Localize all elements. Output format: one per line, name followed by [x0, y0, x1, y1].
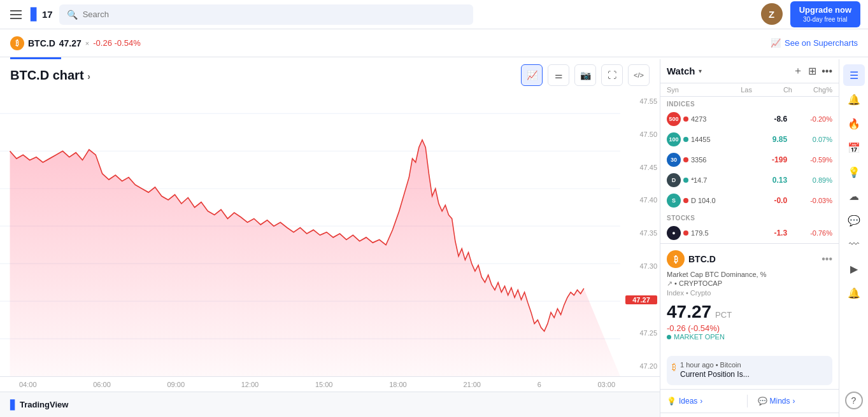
price-chart-svg: [0, 91, 660, 376]
watch-actions: ＋ ⊞ •••: [793, 64, 832, 78]
watch-add-button[interactable]: ＋: [793, 64, 803, 78]
right-sidebar: ☰ 🔔 🔥 📅 💡 ☁ 💬 〰 ▶ 🔔 ?: [839, 59, 868, 417]
sidebar-list-button[interactable]: ☰: [843, 64, 865, 86]
d1-ch: 0.89%: [790, 176, 832, 184]
col-syn: Syn: [667, 86, 712, 94]
sp500-badge: 500: [667, 112, 681, 126]
sidebar-cloud-button[interactable]: ☁: [843, 185, 865, 207]
btcd-icon: ₿: [667, 250, 685, 268]
time-09: 09:00: [167, 381, 185, 388]
nas100-dot: [683, 137, 688, 142]
index-row-dow30[interactable]: 30 3356 -199 -0.59%: [660, 150, 839, 170]
sp500-ch: -0.20%: [790, 115, 832, 123]
candle-chart-button[interactable]: ⚌: [548, 64, 569, 86]
d1-sym: ⁴14.7: [691, 176, 742, 185]
line-chart-button[interactable]: 📈: [521, 64, 543, 86]
nas100-sym: 14455: [691, 136, 742, 143]
sidebar-fire-button[interactable]: 🔥: [843, 113, 865, 134]
price-tick-6: 47.30: [625, 262, 657, 270]
watch-more-button[interactable]: •••: [822, 66, 832, 77]
tv-logo-mark: ▋: [10, 400, 17, 410]
dow30-dot: [683, 157, 688, 162]
index-row-nas100[interactable]: 100 14455 9.85 0.07%: [660, 129, 839, 150]
sidebar-wave-button[interactable]: 〰: [843, 234, 865, 255]
logo-text: 17: [42, 9, 53, 20]
time-12: 12:00: [241, 381, 259, 388]
col-las: Las: [715, 86, 752, 94]
search-bar[interactable]: 🔍: [59, 4, 473, 25]
btcd-unit: PCT: [715, 310, 732, 320]
watch-grid-button[interactable]: ⊞: [808, 65, 816, 77]
minds-icon: 💬: [758, 397, 767, 406]
stock1-price: -1.3: [744, 229, 787, 237]
sidebar-chat-button[interactable]: 💬: [843, 209, 865, 231]
avatar[interactable]: Z: [761, 3, 783, 25]
chart-area: BTC.D chart › 📈 ⚌ 📷 ⛶ </>: [0, 59, 660, 417]
search-icon: 🔍: [67, 10, 78, 20]
main-layout: BTC.D chart › 📈 ⚌ 📷 ⛶ </>: [0, 59, 868, 417]
chart-svg-container: 47.55 47.50 47.45 47.40 47.35 47.30 47.2…: [0, 91, 660, 376]
time-03: 03:00: [597, 381, 615, 388]
stock-row-1[interactable]: ● 179.5 -1.3 -0.76%: [660, 223, 839, 243]
index-row-d1[interactable]: D ⁴14.7 0.13 0.89%: [660, 170, 839, 190]
minds-button[interactable]: 💬 Minds ›: [753, 397, 833, 406]
col-chg: Chg%: [795, 86, 832, 94]
btc-icon: ₿: [10, 36, 24, 50]
sidebar-play-button[interactable]: ▶: [843, 258, 865, 279]
stock1-sym: 179.5: [691, 229, 742, 237]
ticker-symbol[interactable]: ₿ BTC.D 47.27 × -0.26 -0.54%: [10, 36, 141, 50]
sp500-dot: [683, 117, 688, 122]
d1-price: 0.13: [744, 176, 787, 185]
ideas-chevron-icon: ›: [700, 397, 702, 406]
add-note-row[interactable]: 📝 Add note ＋: [660, 413, 839, 417]
btcd-more-button[interactable]: •••: [822, 253, 832, 265]
ticker-price: 47.27: [59, 38, 82, 48]
d1-badge: D: [667, 173, 681, 187]
stock1-badge: ●: [667, 226, 681, 240]
hamburger-button[interactable]: [8, 8, 24, 22]
screenshot-button[interactable]: 📷: [574, 64, 596, 86]
ticker-badge: ×: [85, 39, 89, 47]
search-input[interactable]: [83, 10, 466, 19]
time-6: 6: [537, 381, 541, 388]
sd-ch: -0.03%: [790, 197, 832, 204]
sidebar-calendar-button[interactable]: 📅: [843, 137, 865, 159]
sidebar-bell-button[interactable]: 🔔: [843, 282, 865, 304]
sidebar-alarm-button[interactable]: 🔔: [843, 88, 865, 110]
chart-title-arrow: ›: [87, 71, 90, 81]
see-supercharts-link[interactable]: 📈 See on Supercharts: [771, 38, 858, 48]
help-button[interactable]: ?: [845, 392, 863, 409]
ideas-row: 💡 Ideas › 💬 Minds ›: [660, 389, 839, 413]
time-axis: 04:00 06:00 09:00 12:00 15:00 18:00 21:0…: [0, 376, 660, 392]
status-dot: [667, 335, 671, 339]
tv-logo: ▋ TradingView: [10, 400, 68, 410]
bottom-bar: ▋ TradingView: [0, 392, 660, 417]
ideas-button[interactable]: 💡 Ideas ›: [667, 397, 742, 406]
dow30-price: -199: [744, 155, 787, 164]
ticker-name: BTC.D: [28, 38, 55, 48]
code-button[interactable]: </>: [628, 64, 650, 86]
col-ch: Ch: [755, 86, 792, 94]
news-item[interactable]: ₿ 1 hour ago • Bitcoin Current Position …: [667, 356, 832, 385]
stocks-label: STOCKS: [660, 211, 839, 223]
btcd-sub: Index • Crypto: [667, 289, 832, 297]
upgrade-button[interactable]: Upgrade now 30-day free trial: [790, 1, 860, 28]
nas100-price: 9.85: [744, 135, 787, 144]
nas100-ch: 0.07%: [790, 136, 832, 143]
time-06: 06:00: [93, 381, 111, 388]
fullscreen-button[interactable]: ⛶: [601, 64, 623, 86]
time-18: 18:00: [389, 381, 407, 388]
index-row-sd[interactable]: S D 104.0 -0.0 -0.03%: [660, 190, 839, 211]
logo[interactable]: ▋ 17: [31, 8, 53, 22]
index-row-sp500[interactable]: 500 4273 -8.6 -0.20%: [660, 109, 839, 129]
news-icon: ₿: [672, 362, 676, 380]
current-price-tick: 47.27: [625, 295, 657, 304]
sidebar-bulb-button[interactable]: 💡: [843, 161, 865, 183]
minds-chevron-icon: ›: [793, 397, 795, 406]
price-axis: 47.55 47.50 47.45 47.40 47.35 47.30 47.2…: [623, 91, 660, 376]
price-tick-7: 47.25: [625, 329, 657, 337]
sd-sym: D 104.0: [691, 197, 742, 204]
ideas-icon: 💡: [667, 397, 676, 406]
indices-label: INDICES: [660, 97, 839, 109]
chart-title[interactable]: BTC.D chart ›: [10, 68, 90, 83]
